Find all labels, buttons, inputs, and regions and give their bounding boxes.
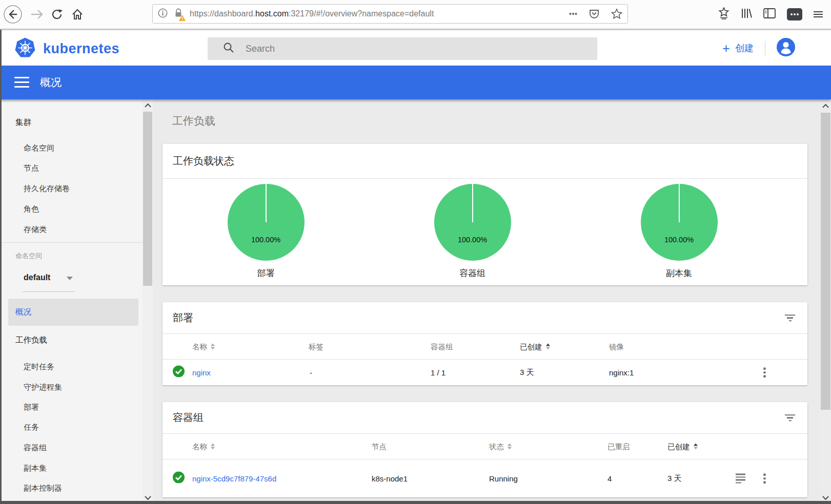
plus-icon: + xyxy=(722,43,730,53)
sidebar-divider xyxy=(0,242,143,243)
pod-restarts: 4 xyxy=(607,474,612,483)
sort-icon-active xyxy=(546,344,550,350)
column-header-name[interactable]: 名称 xyxy=(192,442,215,451)
app-toolbar: 概况 xyxy=(0,66,831,99)
library-icon[interactable] xyxy=(741,8,752,21)
refresh-button[interactable] xyxy=(51,8,64,20)
nav-buttons xyxy=(3,0,84,29)
url-bar[interactable]: https://dashboard.host.com:32179/#!/over… xyxy=(152,4,628,24)
pie-percent-label: 100.00% xyxy=(641,236,718,244)
deployment-created: 3 天 xyxy=(520,368,534,377)
column-header-created[interactable]: 已创建 xyxy=(520,342,550,351)
column-header-pods[interactable]: 容器组 xyxy=(431,342,453,351)
deployments-pie-chart: 100.00% 部署 xyxy=(163,179,369,285)
replica-sets-pie-chart: 100.00% 副本集 xyxy=(576,179,782,285)
status-ok-icon xyxy=(173,472,185,486)
sidebar-item-replication-controllers[interactable]: 副本控制器 xyxy=(24,482,62,494)
sidebar-item-namespaces[interactable]: 命名空间 xyxy=(24,142,54,154)
sidebar-item-overview-selected[interactable]: 概况 xyxy=(8,299,138,326)
chevron-down-icon xyxy=(67,277,73,280)
sidebar-item-replica-sets[interactable]: 副本集 xyxy=(24,463,47,474)
sidebar-item-persistent-volumes[interactable]: 持久化存储卷 xyxy=(24,183,70,194)
status-ok-icon xyxy=(173,366,185,380)
column-header-labels[interactable]: 标签 xyxy=(309,342,323,351)
sidebar-item-jobs[interactable]: 任务 xyxy=(24,422,39,433)
deployments-card-title: 部署 xyxy=(173,302,193,333)
pods-card: 容器组 名称 节点 状态 已重启 已创建 nginx-5cd9c7f879-47… xyxy=(163,402,807,497)
scroll-up-icon[interactable] xyxy=(143,100,153,111)
pod-status: Running xyxy=(489,474,518,483)
sidebar-item-daemon-sets[interactable]: 守护进程集 xyxy=(24,382,62,393)
page-info-icon[interactable] xyxy=(158,8,168,20)
account-button[interactable] xyxy=(777,38,795,58)
pie-pods: 100.00% xyxy=(434,184,511,261)
column-header-created[interactable]: 已创建 xyxy=(667,442,698,451)
pods-pie-chart: 100.00% 容器组 xyxy=(369,179,576,285)
pie-deployments: 100.00% xyxy=(228,184,305,261)
sidebar-header-workloads[interactable]: 工作负载 xyxy=(15,334,47,346)
save-bookmark-icon[interactable] xyxy=(718,7,729,22)
sidebar-item-deployments[interactable]: 部署 xyxy=(24,402,39,413)
browser-window: https://dashboard.host.com:32179/#!/over… xyxy=(0,0,831,504)
filter-icon[interactable] xyxy=(783,411,797,425)
row-menu-icon[interactable] xyxy=(760,471,769,486)
column-header-node[interactable]: 节点 xyxy=(372,442,387,451)
pie-percent-label: 100.00% xyxy=(434,236,511,244)
bookmark-star-icon[interactable] xyxy=(611,8,622,19)
kubernetes-brand[interactable]: kubernetes xyxy=(14,37,119,60)
sidebar-item-roles[interactable]: 角色 xyxy=(24,203,39,215)
namespace-label: 命名空间 xyxy=(15,251,42,261)
pocket-shield-icon[interactable] xyxy=(589,8,600,19)
window-edge-bottom xyxy=(0,501,831,504)
search-box[interactable] xyxy=(208,37,597,60)
back-button[interactable] xyxy=(3,5,23,24)
deployment-name-link[interactable]: nginx xyxy=(192,368,211,377)
toolbar-icons xyxy=(718,0,823,29)
sidebar-toggle-icon[interactable] xyxy=(763,8,776,20)
sidebar-header-cluster[interactable]: 集群 xyxy=(15,117,31,128)
workload-status-card: 工作负载状态 100.00% 部署 100.00% 容器组 100.00% 副本… xyxy=(163,144,807,285)
deployment-labels: - xyxy=(310,368,312,377)
main-scrollbar-thumb[interactable] xyxy=(821,113,830,410)
sidebar-scrollbar-thumb[interactable] xyxy=(143,112,152,286)
pods-table-header: 名称 节点 状态 已重启 已创建 xyxy=(163,434,807,459)
main-scrollbar[interactable] xyxy=(820,99,831,504)
pie-percent-label: 100.00% xyxy=(228,236,305,244)
sidebar-scrollbar[interactable] xyxy=(143,99,153,504)
row-menu-icon[interactable] xyxy=(760,365,769,380)
namespace-underline xyxy=(23,291,75,292)
create-button[interactable]: + 创建 xyxy=(722,42,754,54)
logs-icon[interactable] xyxy=(736,472,745,485)
home-button[interactable] xyxy=(71,8,84,20)
sidebar-item-storage-classes[interactable]: 存储类 xyxy=(24,224,47,235)
filter-icon[interactable] xyxy=(783,311,797,325)
sort-icon-active xyxy=(694,444,698,450)
sort-icon xyxy=(211,444,215,450)
column-header-status[interactable]: 状态 xyxy=(489,442,512,451)
nav-drawer-icon[interactable] xyxy=(14,77,29,91)
menu-icon[interactable] xyxy=(814,10,823,19)
scroll-up-icon[interactable] xyxy=(820,101,831,111)
toolbar-title: 概况 xyxy=(40,75,62,90)
search-input[interactable] xyxy=(246,44,553,54)
sidebar-item-cron-jobs[interactable]: 定时任务 xyxy=(24,361,54,372)
pie-chart-label: 部署 xyxy=(163,267,369,279)
forward-button[interactable] xyxy=(30,9,44,20)
sidebar-item-nodes[interactable]: 节点 xyxy=(24,162,39,174)
page-title: 工作负载 xyxy=(172,114,215,128)
kubernetes-logo-icon xyxy=(14,37,36,60)
deployments-card: 部署 名称 标签 容器组 已创建 镜像 nginx - 1 / 1 3 天 ng… xyxy=(163,302,807,385)
deployment-pods: 1 / 1 xyxy=(431,368,445,377)
header-actions: + 创建 xyxy=(722,31,795,66)
sidebar-item-pods[interactable]: 容器组 xyxy=(24,442,47,453)
pods-card-title: 容器组 xyxy=(173,402,204,433)
pod-name-link[interactable]: nginx-5cd9c7f879-47s6d xyxy=(192,474,276,483)
column-header-images[interactable]: 镜像 xyxy=(609,342,624,351)
page-actions-icon[interactable] xyxy=(569,12,577,15)
column-header-name[interactable]: 名称 xyxy=(192,342,215,351)
mixed-content-lock-icon[interactable] xyxy=(173,8,184,20)
screenshot-extension-icon[interactable] xyxy=(787,8,802,20)
namespace-selector[interactable]: default xyxy=(24,271,50,284)
column-header-restarts[interactable]: 已重启 xyxy=(607,442,630,451)
pie-replica-sets: 100.00% xyxy=(641,184,718,261)
